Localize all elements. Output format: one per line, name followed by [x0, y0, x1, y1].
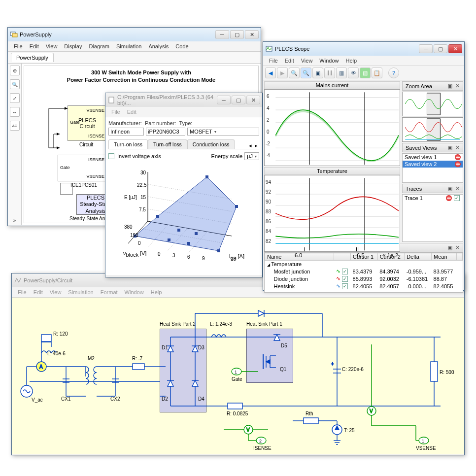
delete-icon[interactable]	[455, 154, 461, 160]
tool-nav-icon[interactable]: ⊕	[10, 66, 20, 75]
schematic-canvas[interactable]: Heat Sink Part 2 Heat Sink Part 1 A	[12, 298, 464, 454]
tool-fit-icon[interactable]: ⤢	[10, 93, 20, 103]
delete-icon[interactable]	[446, 195, 452, 201]
menu-simulation[interactable]: Simulation	[65, 288, 96, 296]
tool-annot-icon[interactable]: A≡	[10, 121, 20, 131]
menu-display[interactable]: Display	[61, 42, 85, 50]
cursor-icon[interactable]	[324, 68, 335, 78]
type-combo[interactable]: MOSFET	[187, 128, 259, 136]
menu-format[interactable]: Format	[98, 288, 121, 296]
tab-turn-off[interactable]: Turn-off loss	[148, 139, 187, 149]
menu-window[interactable]: Window	[316, 57, 341, 65]
menu-file[interactable]: File	[266, 57, 281, 65]
menu-help[interactable]: Help	[342, 57, 360, 65]
menu-view[interactable]: View	[47, 288, 65, 296]
table-group[interactable]: ◢ Temperature	[265, 261, 463, 268]
export-icon[interactable]: 📋	[372, 68, 382, 78]
menu-window[interactable]: Window	[122, 288, 147, 296]
tab-turn-on[interactable]: Turn-on loss	[108, 139, 148, 149]
menubar[interactable]: File Edit	[105, 107, 262, 117]
menu-edit[interactable]: Edit	[124, 108, 139, 116]
menu-edit[interactable]: Edit	[27, 42, 42, 50]
menu-view[interactable]: View	[298, 57, 316, 65]
close-icon[interactable]: ✕	[455, 185, 460, 192]
pane-zoom[interactable]: Zoom Area▣✕	[402, 81, 463, 91]
menu-analysis[interactable]: Analysis	[145, 42, 171, 50]
zoom-preview2[interactable]	[402, 117, 463, 142]
nav-fwd-icon[interactable]: ▶	[277, 68, 288, 78]
mfr-input[interactable]	[108, 128, 144, 136]
col-c2[interactable]: Cursor 2	[377, 253, 405, 261]
screenshot-icon[interactable]: ▧	[360, 68, 371, 78]
invert-checkbox[interactable]: Invert voltage axis	[108, 153, 161, 159]
close-icon[interactable]: ✕	[455, 83, 460, 89]
nav-back-icon[interactable]: ◀	[265, 68, 276, 78]
close-icon[interactable]: ✕	[455, 144, 460, 151]
menu-diagram[interactable]: Diagram	[86, 42, 112, 50]
pane-saved[interactable]: Saved Views▣✕	[402, 143, 463, 152]
chart-temp[interactable]: 94 92 90 88 86 84 82	[264, 175, 400, 252]
close-button[interactable]: ✕	[246, 96, 260, 104]
menu-view[interactable]: View	[43, 42, 61, 50]
close-button[interactable]: ✕	[448, 44, 462, 53]
surface-plot[interactable]: 3022.5157.5 E [µJ] 3801900 036918 vblock…	[108, 162, 259, 261]
minimize-button[interactable]: ─	[419, 44, 433, 53]
titlebar[interactable]: PowerSupply ─ ▢ ✕	[8, 28, 261, 41]
tab-powersupply[interactable]: PowerSupply	[11, 53, 54, 62]
saved-view-1[interactable]: Saved view 1	[403, 154, 463, 161]
undock-icon[interactable]: ▣	[447, 244, 452, 251]
close-button[interactable]: ✕	[245, 30, 259, 39]
maximize-button[interactable]: ▢	[434, 44, 447, 53]
menubar[interactable]: File Edit View Window Help	[263, 56, 464, 66]
trace-1[interactable]: Trace 1✓	[403, 195, 463, 202]
collapse-icon[interactable]: ◢	[267, 263, 270, 267]
fit-icon[interactable]: ▣	[312, 68, 323, 78]
maximize-button[interactable]: ▢	[230, 30, 244, 39]
menu-file[interactable]: File	[15, 288, 30, 296]
undock-icon[interactable]: ▣	[447, 83, 452, 89]
undock-icon[interactable]: ▣	[447, 144, 452, 151]
menu-file[interactable]: File	[108, 108, 123, 116]
chart-mains[interactable]: 6 4 2 0 -2 -4	[264, 89, 400, 166]
menu-edit[interactable]: Edit	[282, 57, 297, 65]
col-c1[interactable]: Cursor 1	[351, 253, 378, 261]
block-circuit[interactable]: VSENSE Gate PLECS Circuit ISENSE	[68, 105, 107, 141]
tool-expand-panel-icon[interactable]: »	[10, 215, 20, 225]
undock-icon[interactable]: ▣	[447, 185, 452, 192]
menu-help[interactable]: Help	[148, 288, 165, 296]
col-delta[interactable]: Delta	[405, 253, 432, 261]
tool-expand-icon[interactable]: ↔	[10, 107, 20, 117]
tool-zoom-icon[interactable]: 🔍	[10, 79, 20, 89]
col-mean[interactable]: Mean	[432, 253, 457, 261]
table-row[interactable]: Mosfet junction∿ ✓83.437984.3974-0.959..…	[265, 268, 463, 275]
unit-combo[interactable]: µJ	[244, 152, 259, 160]
zoom-icon[interactable]: 🔍	[289, 68, 300, 78]
menu-edit[interactable]: Edit	[31, 288, 46, 296]
save-view-icon[interactable]: ▥	[336, 68, 347, 78]
menubar[interactable]: File Edit View Display Diagram Simulatio…	[8, 41, 261, 52]
menu-file[interactable]: File	[11, 42, 26, 50]
pane-traces[interactable]: Traces▣✕	[402, 184, 463, 193]
eye-icon[interactable]: 👁	[348, 68, 359, 78]
trace-visible-checkbox[interactable]: ✓	[454, 195, 460, 201]
delete-icon[interactable]	[455, 161, 461, 167]
part-input[interactable]	[146, 128, 185, 136]
maximize-button[interactable]: ▢	[232, 96, 245, 104]
block-ice[interactable]: ISENSE Gate VSENSE	[58, 155, 107, 181]
menu-simulation[interactable]: Simulation	[113, 42, 144, 50]
zoom-area-icon[interactable]: 🔍	[301, 68, 311, 78]
help-icon[interactable]: ?	[388, 68, 399, 78]
saved-view-2[interactable]: Saved view 2	[403, 161, 463, 168]
tab-scroll-right-icon[interactable]: ▸	[253, 142, 259, 149]
menu-code[interactable]: Code	[172, 42, 191, 50]
minimize-button[interactable]: ─	[215, 30, 229, 39]
table-row[interactable]: Diode junction∿ ✓85.899392.0032-6.103818…	[265, 275, 463, 282]
titlebar[interactable]: C:/Program Files/Plexim/PLECS 3.3 (64 bi…	[105, 93, 262, 107]
tab-conduction[interactable]: Conduction loss	[187, 139, 235, 149]
zoom-preview1[interactable]	[402, 92, 463, 116]
table-row[interactable]: Heatsink∿ ✓82.405582.4057-0.000...82.405…	[265, 282, 463, 290]
tab-scroll-left-icon[interactable]: ◂	[247, 142, 253, 149]
close-icon[interactable]: ✕	[455, 244, 460, 251]
minimize-button[interactable]: ─	[217, 96, 231, 104]
titlebar[interactable]: PLECS Scope ─ ▢ ✕	[263, 42, 464, 56]
